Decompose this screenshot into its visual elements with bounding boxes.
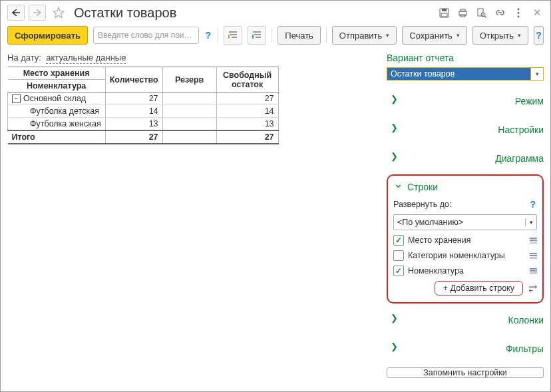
table-row[interactable]: Футболка детская 14 14: [8, 105, 279, 118]
col-header-qty: Количество: [105, 67, 162, 93]
add-row-button[interactable]: + Добавить строку: [435, 281, 523, 295]
save-button[interactable]: Сохранить▾: [402, 26, 467, 45]
arrow-left-icon: [12, 9, 20, 16]
expand-levels-icon: [228, 31, 238, 40]
arrow-right-icon: [33, 9, 41, 16]
col-header-free: Свободный остаток: [216, 67, 278, 93]
page-title: Остатки товаров: [74, 5, 433, 21]
tree-collapse-button[interactable]: −: [12, 95, 21, 103]
toolbar-divider: [272, 28, 272, 43]
col-header-storage: Место хранения: [8, 67, 106, 80]
chevron-right-icon: [387, 91, 511, 110]
close-icon: ✕: [533, 7, 542, 19]
preview-icon-button[interactable]: [474, 6, 488, 19]
table-row[interactable]: −Основной склад 27 27: [8, 93, 279, 105]
section-mode[interactable]: Режим: [387, 89, 544, 113]
table-total-row: Итого 27 27: [8, 130, 279, 144]
svg-rect-1: [442, 9, 447, 11]
expand-select[interactable]: <По умолчанию> ▾: [393, 214, 537, 230]
section-columns[interactable]: Колонки: [387, 307, 544, 332]
search-input[interactable]: Введите слово для пои…: [93, 27, 199, 44]
col-header-item: Номенклатура: [8, 80, 106, 93]
star-icon: [53, 7, 65, 19]
close-button[interactable]: ✕: [530, 6, 544, 19]
svg-point-9: [518, 8, 520, 10]
table-row[interactable]: Футболка женская 13 13: [8, 118, 279, 131]
chevron-down-icon: [393, 180, 403, 194]
printer-icon: [458, 8, 468, 18]
expand-all-button[interactable]: [224, 26, 242, 45]
reorder-icon[interactable]: [530, 253, 537, 259]
forward-button[interactable]: [29, 5, 46, 21]
document-magnify-icon: [476, 8, 486, 18]
svg-line-8: [484, 16, 486, 18]
save-report-icon-button[interactable]: [437, 6, 451, 19]
report-table: Место хранения Количество Резерв Свободн…: [7, 67, 279, 144]
help-search-button[interactable]: ?: [204, 30, 213, 41]
reorder-icon[interactable]: [530, 238, 537, 244]
variant-select[interactable]: Остатки товаров ▾: [387, 67, 544, 81]
floppy-icon: [439, 8, 449, 18]
collapse-levels-icon: [252, 31, 262, 40]
variant-label: Вариант отчета: [387, 53, 544, 63]
row-field-1[interactable]: Место хранения: [393, 235, 537, 246]
generate-button[interactable]: Сформировать: [7, 26, 88, 45]
svg-rect-6: [478, 9, 483, 16]
section-rows[interactable]: Строки: [393, 180, 537, 194]
toolbar-divider: [218, 28, 218, 43]
col-header-reserve: Резерв: [162, 67, 216, 93]
favorite-button[interactable]: [50, 5, 67, 21]
link-icon: [495, 8, 505, 18]
remember-settings-button[interactable]: Запомнить настройки: [387, 367, 544, 378]
row-field-3[interactable]: Номенклатура: [393, 266, 537, 276]
chevron-right-icon: [387, 310, 504, 329]
chevron-down-icon: ▾: [457, 32, 460, 39]
chevron-down-icon: ▾: [518, 32, 521, 39]
chevron-right-icon: [387, 148, 491, 168]
help-rows-button[interactable]: ?: [528, 199, 537, 210]
chevron-right-icon: [387, 339, 502, 358]
variant-value: Остатки товаров: [387, 68, 530, 80]
date-filter-value[interactable]: актуальные данные: [46, 53, 126, 64]
help-button[interactable]: ?: [534, 26, 544, 45]
date-filter-label: На дату:: [7, 53, 41, 63]
section-filters[interactable]: Фильтры: [387, 336, 544, 361]
chevron-down-icon[interactable]: ▾: [530, 68, 543, 80]
more-icon-button[interactable]: [512, 6, 525, 19]
svg-rect-4: [460, 9, 465, 11]
checkbox-checked[interactable]: [393, 235, 404, 246]
kebab-icon: [517, 8, 520, 18]
section-settings[interactable]: Настройки: [387, 117, 544, 142]
question-icon: ?: [534, 30, 543, 41]
date-filter: На дату: актуальные данные: [7, 53, 376, 63]
checkbox-unchecked[interactable]: [393, 250, 404, 261]
toolbar-divider: [326, 28, 327, 43]
chevron-right-icon: [387, 120, 494, 139]
svg-rect-2: [441, 13, 447, 17]
collapse-all-button[interactable]: [248, 26, 266, 45]
chevron-down-icon: ▾: [386, 32, 389, 39]
svg-point-10: [518, 12, 520, 14]
reorder-icon[interactable]: [530, 268, 537, 274]
print-icon-button[interactable]: [456, 6, 469, 19]
print-button[interactable]: Печать: [277, 26, 321, 45]
row-field-2[interactable]: Категория номенклатуры: [393, 250, 537, 261]
shuffle-icon[interactable]: ⥂: [528, 282, 537, 295]
expand-label: Развернуть до:: [393, 200, 451, 209]
send-button[interactable]: Отправить▾: [332, 26, 397, 45]
rows-section: Строки Развернуть до: ? <По умолчанию> ▾…: [387, 174, 544, 303]
section-diagram[interactable]: Диаграмма: [387, 146, 544, 170]
chevron-down-icon[interactable]: ▾: [525, 219, 536, 226]
open-button[interactable]: Открыть▾: [472, 26, 528, 45]
link-icon-button[interactable]: [493, 6, 506, 19]
svg-point-11: [518, 15, 520, 17]
back-button[interactable]: [7, 5, 25, 21]
checkbox-checked[interactable]: [393, 266, 404, 276]
